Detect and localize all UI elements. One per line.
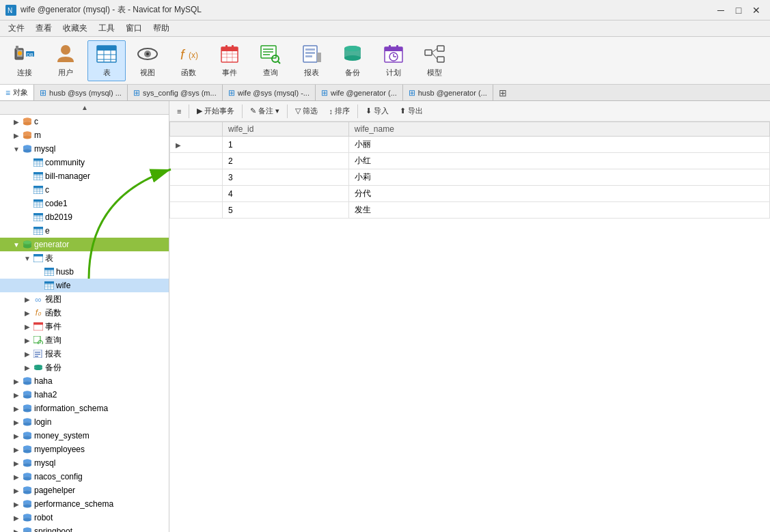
table-row[interactable]: 3 小莉 [170,169,770,186]
expand-login[interactable]: ▶ [11,419,22,426]
sidebar-item-money-system[interactable]: ▶ money_system [0,429,169,443]
sidebar-item-community[interactable]: ▶ community [0,156,169,169]
table-row[interactable]: 5 发生 [170,202,770,219]
expand-mysql[interactable]: ▼ [11,145,22,153]
sidebar-item-robot[interactable]: ▶ robot [0,511,169,524]
menu-help[interactable]: 帮助 [148,21,175,36]
toolbar-table[interactable]: 表 [87,40,126,81]
table-row[interactable]: ▶ 1 小丽 [170,137,770,153]
cell-wife-id-1[interactable]: 1 [223,137,349,153]
expand-myemployees[interactable]: ▶ [11,446,22,453]
toolbar-report[interactable]: 报表 [292,40,331,81]
sidebar-item-myemployees[interactable]: ▶ myemployees [0,443,169,456]
sidebar-item-springboot[interactable]: ▶ springboot [0,524,169,532]
tab-wife-gen[interactable]: ⊞ wife @generator (... [316,85,403,100]
toolbar-query[interactable]: 查询 [251,40,290,81]
expand-events[interactable]: ▶ [22,323,33,331]
sidebar-item-haha2[interactable]: ▶ haha2 [0,388,169,402]
expand-m[interactable]: ▶ [11,132,22,139]
sidebar-item-c[interactable]: ▶ c [0,115,169,128]
sidebar-item-generator[interactable]: ▼ generator [0,238,169,251]
sidebar-item-wife[interactable]: ▶ wife [0,279,169,292]
menu-file[interactable]: 文件 [3,21,30,36]
menu-window[interactable]: 窗口 [120,21,148,36]
expand-generator[interactable]: ▼ [11,241,22,249]
toolbar-backup[interactable]: 备份 [333,40,372,81]
expand-robot[interactable]: ▶ [11,514,22,522]
toolbar-model[interactable]: 模型 [415,40,454,81]
expand-nacos-config[interactable]: ▶ [11,473,22,481]
expand-funcs[interactable]: ▶ [22,309,33,317]
sidebar-item-queries-group[interactable]: ▶ 查询 [0,333,169,347]
expand-queries[interactable]: ▶ [22,337,33,344]
table-row[interactable]: 4 分代 [170,186,770,202]
toolbar-event[interactable]: 事件 [210,40,249,81]
expand-information-schema[interactable]: ▶ [11,405,22,412]
expand-performance-schema[interactable]: ▶ [11,501,22,508]
obj-menu-button[interactable]: ≡ [172,105,186,117]
sidebar-item-funcs-group[interactable]: ▶ f₀ 函数 [0,306,169,320]
expand-c[interactable]: ▶ [11,118,22,126]
expand-haha[interactable]: ▶ [11,378,22,385]
sidebar-item-tables-group[interactable]: ▼ 表 [0,251,169,265]
sidebar-item-haha[interactable]: ▶ haha [0,374,169,388]
expand-reports[interactable]: ▶ [22,350,33,358]
sidebar-item-login[interactable]: ▶ login [0,415,169,429]
cell-wife-name-5[interactable]: 发生 [348,202,769,219]
toolbar-user[interactable]: 用户 [46,40,85,81]
tab-objects[interactable]: ≡ 对象 [0,85,34,101]
menu-tools[interactable]: 工具 [93,21,120,36]
tab-husb-gen[interactable]: ⊞ husb @generator (... [403,85,493,100]
expand-money-system[interactable]: ▶ [11,432,22,440]
tab-wife-mysql[interactable]: ⊞ wife @sys (mysql) -... [223,85,316,100]
close-button[interactable]: ✕ [748,3,765,17]
col-header-wife-name[interactable]: wife_name [348,122,769,137]
obj-filter[interactable]: ▽ 筛选 [290,104,322,118]
expand-mysql2[interactable]: ▶ [11,460,22,467]
sidebar-item-mysql2[interactable]: ▶ mysql [0,456,169,470]
obj-import[interactable]: ⬇ 导入 [361,104,394,118]
cell-wife-name-3[interactable]: 小莉 [348,169,769,186]
sidebar-scroll-up[interactable]: ▲ [0,101,169,115]
expand-pagehelper[interactable]: ▶ [11,487,22,494]
toolbar-schedule[interactable]: 计划 [374,40,413,81]
toolbar-function[interactable]: f (x) 函数 [169,40,208,81]
sidebar-item-pagehelper[interactable]: ▶ pagehelper [0,484,169,497]
maximize-button[interactable]: □ [730,3,747,17]
sidebar-item-bill-manager[interactable]: ▶ bill-manager [0,169,169,183]
cell-wife-id-2[interactable]: 2 [223,153,349,169]
sidebar-scroll[interactable]: ▶ c ▶ m ▼ m [0,115,169,532]
menu-view[interactable]: 查看 [30,21,57,36]
menu-favorites[interactable]: 收藏夹 [57,21,93,36]
sidebar-item-husb[interactable]: ▶ husb [0,265,169,279]
table-wrapper[interactable]: wife_id wife_name ▶ 1 小丽 2 小红 [169,122,770,532]
obj-begin-transaction[interactable]: ▶ 开始事务 [192,104,239,118]
cell-wife-id-5[interactable]: 5 [223,202,349,219]
tab-add-button[interactable]: ⊞ [493,85,512,100]
obj-sort[interactable]: ↕ 排序 [324,104,355,118]
expand-tables-group[interactable]: ▼ [22,255,33,262]
tab-husb-sys[interactable]: ⊞ husb @sys (mysql) ... [34,85,128,100]
cell-wife-id-3[interactable]: 3 [223,169,349,186]
sidebar-item-code1[interactable]: ▶ code1 [0,197,169,210]
sidebar-item-information-schema[interactable]: ▶ information_schema [0,402,169,415]
expand-backups[interactable]: ▶ [22,364,33,372]
expand-views[interactable]: ▶ [22,296,33,303]
sidebar-item-backups-group[interactable]: ▶ 备份 [0,361,169,374]
sidebar-item-nacos-config[interactable]: ▶ nacos_config [0,470,169,484]
expand-springboot[interactable]: ▶ [11,528,22,533]
sidebar-item-m[interactable]: ▶ m [0,128,169,142]
col-header-wife-id[interactable]: wife_id [223,122,349,137]
sidebar-item-mysql[interactable]: ▼ mysql [0,142,169,156]
minimize-button[interactable]: ─ [713,3,729,17]
cell-wife-id-4[interactable]: 4 [223,186,349,202]
tab-sys-config[interactable]: ⊞ sys_config @sys (m... [128,85,223,100]
sidebar-item-views-group[interactable]: ▶ ∞ 视图 [0,292,169,306]
cell-wife-name-4[interactable]: 分代 [348,186,769,202]
obj-export[interactable]: ⬆ 导出 [395,104,428,118]
cell-wife-name-1[interactable]: 小丽 [348,137,769,153]
toolbar-view[interactable]: 视图 [128,40,167,81]
sidebar-item-events-group[interactable]: ▶ 事件 [0,320,169,333]
sidebar-item-c-table[interactable]: ▶ c [0,183,169,197]
table-row[interactable]: 2 小红 [170,153,770,169]
